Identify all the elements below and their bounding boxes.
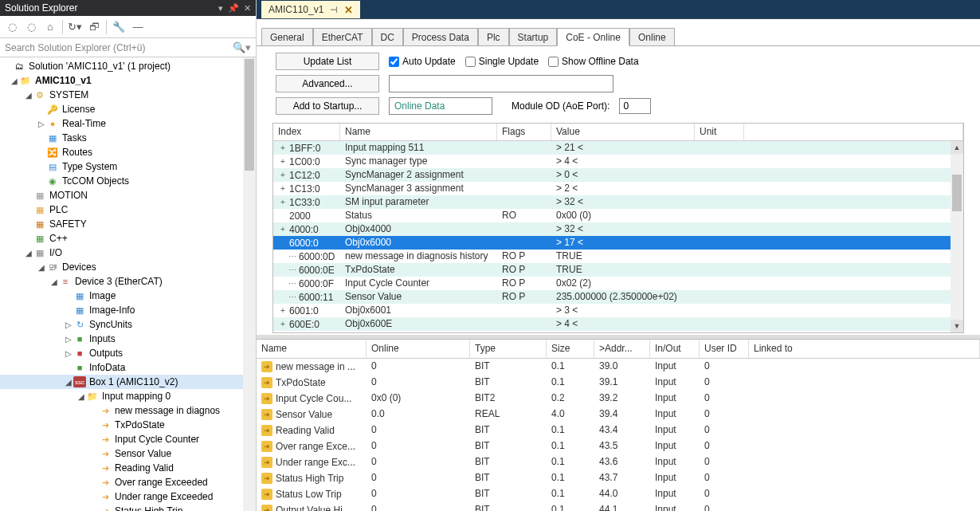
- variables-body[interactable]: ➔new message in ...0BIT0.139.0Input0➔TxP…: [257, 359, 980, 511]
- refresh-icon[interactable]: ↻▾: [68, 20, 82, 34]
- tree-node[interactable]: ➔TxPdoState: [0, 418, 256, 432]
- tree-label[interactable]: MOTION: [49, 190, 88, 201]
- show-offline-input[interactable]: [548, 57, 559, 67]
- vcol-size[interactable]: Size: [547, 340, 594, 358]
- tab-plc[interactable]: Plc: [478, 28, 509, 45]
- twisty-icon[interactable]: +: [278, 143, 288, 152]
- tree-label[interactable]: Under range Exceeded: [115, 491, 213, 502]
- tree-label[interactable]: Status High Trip: [115, 505, 182, 511]
- variable-row[interactable]: ➔new message in ...0BIT0.139.0Input0: [257, 359, 980, 375]
- close-icon[interactable]: ✕: [244, 3, 251, 14]
- update-list-button[interactable]: Update List: [276, 53, 379, 70]
- twisty-icon[interactable]: ▷: [64, 349, 73, 358]
- variable-row[interactable]: ➔Output Value Hi0BIT0.144.1Input0: [257, 502, 980, 511]
- tree-label[interactable]: TcCOM Objects: [62, 175, 129, 187]
- vcol-linked[interactable]: Linked to: [749, 340, 980, 358]
- col-flags[interactable]: Flags: [497, 124, 551, 140]
- dropdown-icon[interactable]: ▾: [218, 3, 223, 14]
- project-label[interactable]: AMIC110_v1: [35, 75, 92, 86]
- variable-row[interactable]: ➔Sensor Value0.0REAL4.039.4Input0: [257, 407, 980, 423]
- coe-scrollbar[interactable]: ▲ ▼: [951, 141, 963, 332]
- tree-node[interactable]: ➔Status High Trip: [0, 504, 256, 511]
- solution-tree[interactable]: 🗂Solution 'AMIC110_v1' (1 project) ◢📁AMI…: [0, 57, 256, 511]
- home-icon[interactable]: ⌂: [43, 20, 57, 34]
- twisty-icon[interactable]: ◢: [24, 249, 33, 257]
- coe-row[interactable]: +1C00:0Sync manager type> 4 <: [273, 155, 963, 168]
- tab-general[interactable]: General: [261, 28, 313, 45]
- tree-label[interactable]: SyncUnits: [89, 319, 132, 330]
- variable-row[interactable]: ➔Status High Trip0BIT0.143.7Input0: [257, 470, 980, 486]
- tree-label[interactable]: I/O: [49, 247, 62, 258]
- twisty-icon[interactable]: +: [278, 157, 288, 166]
- coe-row[interactable]: ⋯6000:0FInput Cycle CounterRO P0x02 (2): [273, 277, 963, 290]
- coe-row[interactable]: −6000:0Obj0x6000> 17 <: [273, 236, 963, 250]
- col-value[interactable]: Value: [551, 124, 695, 140]
- tree-label[interactable]: Tasks: [62, 132, 87, 143]
- tree-label[interactable]: Reading Valid: [115, 462, 174, 474]
- pin-icon[interactable]: ⊣: [330, 5, 338, 15]
- twisty-icon[interactable]: ◢: [49, 277, 59, 286]
- variable-row[interactable]: ➔Reading Valid0BIT0.143.4Input0: [257, 423, 980, 438]
- collapse-icon[interactable]: 🗗: [87, 20, 101, 34]
- tree-label[interactable]: Inputs: [89, 333, 116, 344]
- online-data-field[interactable]: Online Data: [389, 97, 492, 115]
- solution-label[interactable]: Solution 'AMIC110_v1' (1 project): [29, 61, 171, 72]
- twisty-icon[interactable]: +: [278, 225, 288, 234]
- variable-row[interactable]: ➔Input Cycle Cou...0x0 (0)BIT20.239.2Inp…: [257, 391, 980, 407]
- tree-label[interactable]: Input mapping 0: [102, 391, 171, 402]
- vcol-type[interactable]: Type: [470, 340, 547, 358]
- twisty-icon[interactable]: +: [278, 306, 288, 315]
- variable-row[interactable]: ➔Over range Exce...0BIT0.143.5Input0: [257, 438, 980, 454]
- tree-scrollbar[interactable]: [243, 57, 256, 511]
- twisty-icon[interactable]: ◢: [10, 77, 19, 85]
- tree-label[interactable]: Input Cycle Counter: [115, 434, 199, 445]
- tab-online[interactable]: Online: [629, 28, 675, 45]
- add-startup-button[interactable]: Add to Startup...: [276, 97, 379, 115]
- twisty-icon[interactable]: ◢: [24, 91, 33, 100]
- coe-row[interactable]: +4000:0Obj0x4000> 32 <: [273, 222, 963, 236]
- col-name[interactable]: Name: [340, 124, 497, 140]
- tree-label[interactable]: PLC: [49, 204, 68, 215]
- document-tab[interactable]: AMIC110_v1 ⊣ ✕: [261, 1, 360, 18]
- tree-label[interactable]: TxPdoState: [115, 419, 165, 430]
- twisty-icon[interactable]: ▷: [37, 120, 46, 128]
- tree-label[interactable]: Type System: [62, 161, 117, 172]
- tree-label[interactable]: C++: [49, 233, 68, 244]
- auto-update-checkbox[interactable]: Auto Update: [389, 56, 456, 67]
- tree-label[interactable]: Devices: [62, 261, 96, 273]
- twisty-icon[interactable]: ▷: [64, 335, 73, 344]
- coe-row[interactable]: +600E:0Obj0x600E> 4 <: [273, 317, 963, 331]
- tree-node[interactable]: ➔Reading Valid: [0, 461, 256, 475]
- twisty-icon[interactable]: +: [278, 198, 288, 206]
- vcol-name[interactable]: Name: [257, 340, 367, 358]
- coe-row[interactable]: +600F:0Obj0x600F> 4 <: [273, 331, 963, 332]
- single-update-input[interactable]: [465, 57, 476, 67]
- tree-label[interactable]: Real-Time: [62, 118, 106, 129]
- tree-node[interactable]: ➔Sensor Value: [0, 446, 256, 461]
- twisty-icon[interactable]: ▷: [64, 320, 73, 329]
- advanced-button[interactable]: Advanced...: [276, 75, 379, 92]
- tree-label[interactable]: Sensor Value: [115, 448, 171, 459]
- coe-table-body[interactable]: +1BFF:0Input mapping 511> 21 <+1C00:0Syn…: [273, 141, 963, 332]
- pin-icon[interactable]: 📌: [228, 3, 239, 14]
- vcol-online[interactable]: Online: [367, 340, 470, 358]
- tree-label[interactable]: Over range Exceeded: [115, 477, 208, 488]
- coe-row[interactable]: ⋯6000:0Dnew message in diagnosis history…: [273, 250, 963, 263]
- tree-label[interactable]: Device 3 (EtherCAT): [75, 276, 163, 287]
- tree-label[interactable]: Outputs: [89, 348, 123, 359]
- tab-startup[interactable]: Startup: [509, 28, 558, 45]
- scrollbar-thumb[interactable]: [952, 175, 962, 211]
- coe-row[interactable]: ⋯6000:0ETxPdoStateRO PTRUE: [273, 263, 963, 277]
- col-index[interactable]: Index: [273, 124, 340, 140]
- show-offline-checkbox[interactable]: Show Offline Data: [548, 56, 639, 67]
- tab-dc[interactable]: DC: [372, 28, 403, 45]
- vcol-addr[interactable]: >Addr...: [594, 340, 650, 358]
- tree-node[interactable]: ➔Under range Exceeded: [0, 489, 256, 504]
- tree-node[interactable]: ➔Input Cycle Counter: [0, 432, 256, 446]
- scroll-up-icon[interactable]: ▲: [951, 141, 963, 154]
- tab-ethercat[interactable]: EtherCAT: [313, 28, 372, 45]
- properties-icon[interactable]: 🔧: [112, 20, 126, 34]
- coe-row[interactable]: ⋯6000:11Sensor ValueRO P235.000000 (2.35…: [273, 290, 963, 304]
- tree-label[interactable]: Image-Info: [89, 305, 135, 316]
- vcol-inout[interactable]: In/Out: [650, 340, 700, 358]
